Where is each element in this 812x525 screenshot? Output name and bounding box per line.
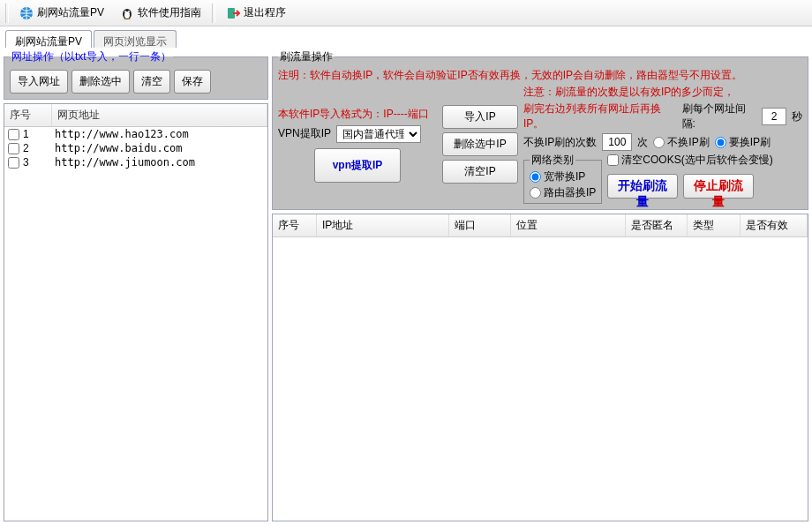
exit-icon xyxy=(226,6,240,20)
interval-input[interactable] xyxy=(762,108,786,125)
url-table-row[interactable]: 1http://www.hao123.com xyxy=(4,127,267,141)
toolbar-separator xyxy=(5,4,9,23)
url-row-addr: http://www.hao123.com xyxy=(55,128,264,140)
url-row-checkbox[interactable] xyxy=(8,143,19,154)
main-toolbar: 刷网站流量PV 软件使用指南 退出程序 xyxy=(0,0,812,26)
flow-note1: 注明：软件自动换IP，软件会自动验证IP否有效再换，无效的IP会自动删除，路由器… xyxy=(278,68,802,83)
ip-col-loc: 位置 xyxy=(511,214,626,236)
router-radio[interactable]: 路由器换IP xyxy=(530,185,596,200)
broadband-radio[interactable]: 宽带换IP xyxy=(530,169,585,184)
ip-col-valid: 是否有效 xyxy=(741,214,808,236)
flow-note3: 注意：刷流量的次数是以有效IP的多少而定， xyxy=(523,85,734,100)
url-groupbox: 网址操作（以txt导入，一行一条） 导入网址 删除选中 清空 保存 xyxy=(4,49,268,100)
flow-note2: 本软件IP导入格式为：IP----端口 xyxy=(278,107,437,122)
vpn-label: VPN提取IP xyxy=(278,126,331,141)
delete-selected-ip-button[interactable]: 删除选中IP xyxy=(442,132,518,156)
url-row-addr: http://www.jiumoon.com xyxy=(55,156,264,169)
no-change-ip-radio[interactable]: 不换IP刷 xyxy=(653,135,709,150)
refresh-pv-label: 刷网站流量PV xyxy=(37,5,104,20)
guide-label: 软件使用指南 xyxy=(138,5,201,20)
change-ip-radio[interactable]: 要换IP刷 xyxy=(715,135,771,150)
svg-point-2 xyxy=(124,11,130,19)
svg-point-3 xyxy=(124,11,126,12)
exit-button[interactable]: 退出程序 xyxy=(221,4,291,22)
stop-flow-button[interactable]: 停止刷流量 xyxy=(683,174,754,199)
network-type-group: 网络类别 宽带换IP 路由器换IP xyxy=(523,153,602,204)
ip-col-port: 端口 xyxy=(449,214,511,236)
clear-url-button[interactable]: 清空 xyxy=(133,70,170,94)
count-input[interactable] xyxy=(602,133,632,151)
url-row-sn: 3 xyxy=(23,156,55,169)
ip-col-anon: 是否匿名 xyxy=(626,214,688,236)
svg-point-4 xyxy=(128,11,130,12)
ip-col-sn: 序号 xyxy=(273,214,317,236)
clear-cooks-checkbox[interactable]: 清空COOKS(选中后软件会变慢) xyxy=(607,153,772,168)
url-table: 序号 网页地址 1http://www.hao123.com2http://ww… xyxy=(4,103,268,521)
url-row-sn: 1 xyxy=(23,128,55,140)
ip-table: 序号 IP地址 端口 位置 是否匿名 类型 是否有效 xyxy=(272,214,808,521)
url-col-addr: 网页地址 xyxy=(52,104,267,126)
penguin-icon xyxy=(120,6,134,20)
tab-browse-display[interactable]: 网页浏览显示 xyxy=(94,30,177,48)
vpn-select[interactable]: 国内普通代理 xyxy=(336,125,421,143)
flow-groupbox-legend: 刷流量操作 xyxy=(278,49,335,64)
url-row-addr: http://www.baidu.com xyxy=(55,142,264,154)
globe-icon xyxy=(19,6,34,20)
count-pre: 不换IP刷的次数 xyxy=(523,135,597,150)
import-url-button[interactable]: 导入网址 xyxy=(10,70,68,94)
url-table-row[interactable]: 2http://www.baidu.com xyxy=(4,141,267,155)
url-col-sn: 序号 xyxy=(4,104,52,126)
exit-label: 退出程序 xyxy=(244,5,286,20)
url-table-row[interactable]: 3http://www.jiumoon.com xyxy=(4,155,267,169)
import-ip-button[interactable]: 导入IP xyxy=(442,105,518,129)
clear-ip-button[interactable]: 清空IP xyxy=(442,160,518,184)
ip-col-type: 类型 xyxy=(688,214,741,236)
tab-strip: 刷网站流量PV 网页浏览显示 xyxy=(0,26,812,48)
start-flow-button[interactable]: 开始刷流量 xyxy=(607,174,678,199)
guide-button[interactable]: 软件使用指南 xyxy=(115,4,207,22)
vpn-fetch-ip-button[interactable]: vpn提取IP xyxy=(314,148,402,183)
ip-col-ip: IP地址 xyxy=(317,214,449,236)
url-row-checkbox[interactable] xyxy=(8,129,19,140)
flow-note4: 刷完右边列表所有网址后再换IP。 xyxy=(523,101,677,131)
delete-selected-url-button[interactable]: 删除选中 xyxy=(71,70,130,94)
interval-pre: 刷每个网址间隔: xyxy=(682,101,757,131)
toolbar-separator xyxy=(212,4,215,23)
refresh-pv-button[interactable]: 刷网站流量PV xyxy=(14,4,109,22)
interval-suf: 秒 xyxy=(792,109,802,124)
url-groupbox-legend: 网址操作（以txt导入，一行一条） xyxy=(10,49,173,64)
network-type-legend: 网络类别 xyxy=(530,153,575,168)
url-row-checkbox[interactable] xyxy=(8,157,19,169)
count-suf: 次 xyxy=(637,135,648,150)
flow-groupbox: 刷流量操作 注明：软件自动换IP，软件会自动验证IP否有效再换，无效的IP会自动… xyxy=(272,49,808,210)
save-url-button[interactable]: 保存 xyxy=(174,70,211,94)
tab-refresh-pv[interactable]: 刷网站流量PV xyxy=(5,30,92,48)
url-row-sn: 2 xyxy=(23,142,55,154)
